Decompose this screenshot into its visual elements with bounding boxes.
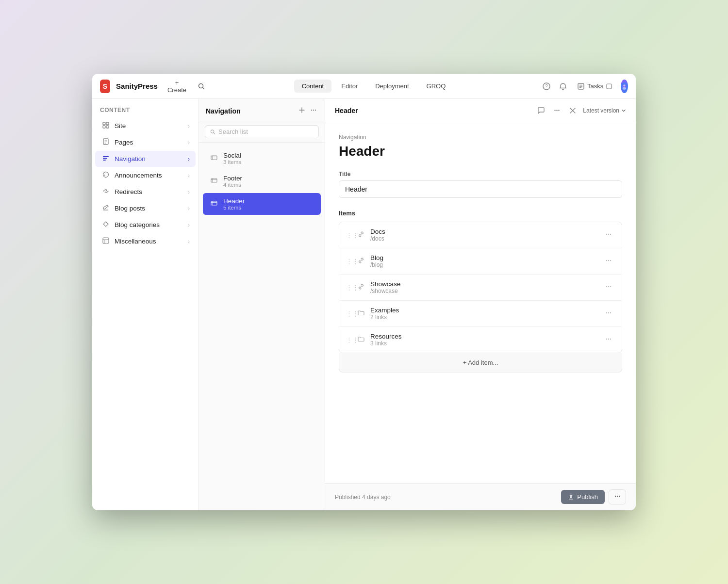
- panel3-header: Header: [325, 99, 636, 122]
- avatar[interactable]: [621, 80, 628, 93]
- sidebar-item-site[interactable]: Site ›: [95, 118, 196, 134]
- list-item-header[interactable]: Header 5 items: [203, 193, 321, 215]
- svg-rect-22: [103, 160, 106, 161]
- sidebar-item-blog-posts[interactable]: Blog posts ›: [95, 200, 196, 216]
- nav-item-icon: [210, 154, 218, 162]
- item-more-showcase[interactable]: [602, 282, 615, 293]
- add-item-button[interactable]: + Add item...: [339, 353, 622, 373]
- item-path-docs: /docs: [370, 235, 597, 242]
- svg-point-67: [619, 496, 620, 497]
- sidebar-item-miscellaneous[interactable]: Miscellaneous ›: [95, 233, 196, 249]
- app-logo: S: [100, 80, 110, 93]
- sidebar-label-site: Site: [115, 122, 126, 130]
- drag-handle-icon[interactable]: ⋮⋮: [346, 231, 352, 239]
- pages-icon: [102, 138, 110, 146]
- sidebar: Content Site ›: [92, 99, 199, 510]
- app-window: S SanityPress + Create Content Editor De…: [92, 74, 636, 510]
- tab-groq[interactable]: GROQ: [419, 80, 454, 93]
- sidebar-label-navigation: Navigation: [115, 155, 146, 162]
- svg-point-49: [606, 233, 607, 234]
- svg-point-56: [608, 286, 609, 287]
- svg-rect-38: [211, 178, 217, 182]
- add-navigation-button[interactable]: [298, 106, 306, 116]
- svg-rect-35: [211, 156, 217, 160]
- link-icon: [357, 231, 365, 239]
- drag-handle-icon[interactable]: ⋮⋮: [346, 284, 352, 291]
- chevron-right-icon: ›: [188, 139, 190, 146]
- tab-editor[interactable]: Editor: [333, 80, 365, 93]
- title-field-label: Title: [339, 171, 622, 178]
- item-name-blog: Blog: [370, 254, 597, 261]
- svg-point-51: [610, 233, 611, 234]
- footer-sub: 4 items: [223, 182, 314, 188]
- title-field-input[interactable]: [339, 180, 622, 198]
- svg-point-59: [608, 312, 609, 313]
- notifications-icon[interactable]: [557, 81, 569, 92]
- item-more-docs[interactable]: [602, 230, 615, 241]
- svg-point-45: [557, 110, 558, 111]
- table-row: ⋮⋮ Showcase /showcase: [339, 275, 622, 301]
- chevron-right-icon: ›: [188, 222, 190, 228]
- sidebar-label-blog-categories: Blog categories: [115, 221, 160, 228]
- search-input[interactable]: [218, 128, 314, 135]
- navigation-more-icon[interactable]: [309, 106, 318, 116]
- svg-point-60: [610, 312, 611, 313]
- search-icon: [210, 129, 215, 135]
- header-more-button[interactable]: [551, 105, 563, 116]
- list-item-social[interactable]: Social 3 items: [203, 147, 321, 169]
- comment-button[interactable]: [535, 105, 546, 116]
- tasks-button[interactable]: Tasks: [574, 81, 616, 92]
- panel3-body: Navigation Header Title Items ⋮⋮: [325, 122, 636, 483]
- item-more-examples[interactable]: [602, 308, 615, 319]
- version-selector[interactable]: Latest version: [583, 107, 626, 114]
- drag-handle-icon[interactable]: ⋮⋮: [346, 336, 352, 343]
- app-name: SanityPress: [116, 82, 158, 90]
- svg-point-58: [606, 312, 607, 313]
- tab-deployment[interactable]: Deployment: [367, 80, 416, 93]
- search-button[interactable]: [196, 81, 207, 92]
- svg-point-44: [555, 110, 556, 111]
- item-name-docs: Docs: [370, 228, 597, 235]
- item-more-resources[interactable]: [602, 335, 615, 345]
- publish-button[interactable]: Publish: [561, 490, 605, 504]
- close-button[interactable]: [567, 105, 578, 116]
- sidebar-item-navigation[interactable]: Navigation ›: [95, 151, 196, 167]
- blog-posts-icon: [102, 204, 110, 212]
- item-name-examples: Examples: [370, 307, 597, 314]
- items-label: Items: [339, 210, 622, 217]
- breadcrumb: Navigation: [339, 134, 622, 141]
- svg-rect-14: [103, 126, 105, 128]
- sidebar-item-announcements[interactable]: Announcements ›: [95, 167, 196, 183]
- chevron-right-icon: ›: [188, 189, 190, 195]
- svg-rect-8: [607, 84, 612, 89]
- published-status: Published 4 days ago: [335, 494, 391, 501]
- sidebar-item-pages[interactable]: Pages ›: [95, 134, 196, 150]
- footer-title: Footer: [223, 175, 314, 182]
- miscellaneous-icon: [102, 237, 110, 245]
- navigation-icon: [102, 155, 110, 163]
- search-input-wrap: [205, 125, 319, 138]
- svg-text:?: ?: [545, 84, 548, 89]
- svg-rect-41: [211, 201, 217, 205]
- detail-panel: Header: [325, 99, 636, 510]
- tab-content[interactable]: Content: [294, 80, 332, 93]
- create-button[interactable]: + Create: [164, 77, 190, 96]
- svg-line-34: [214, 132, 215, 134]
- nav-item-icon: [210, 177, 218, 185]
- chevron-right-icon: ›: [188, 172, 190, 179]
- drag-handle-icon[interactable]: ⋮⋮: [346, 310, 352, 317]
- item-name-resources: Resources: [370, 333, 597, 340]
- help-icon[interactable]: ?: [541, 81, 552, 92]
- drag-handle-icon[interactable]: ⋮⋮: [346, 258, 352, 265]
- item-more-blog[interactable]: [602, 256, 615, 267]
- sidebar-item-blog-categories[interactable]: Blog categories ›: [95, 217, 196, 233]
- footer-more-button[interactable]: [609, 489, 626, 504]
- sidebar-item-redirects[interactable]: Redirects ›: [95, 184, 196, 200]
- topbar-right: ? Tasks: [541, 80, 628, 93]
- table-row: ⋮⋮ Resources 3 links: [339, 327, 622, 353]
- sidebar-header: Content: [92, 99, 199, 117]
- table-row: ⋮⋮ Examples 2 links: [339, 301, 622, 327]
- tasks-label: Tasks: [587, 82, 603, 90]
- nav-item-icon: [210, 200, 218, 208]
- list-item-footer[interactable]: Footer 4 items: [203, 170, 321, 192]
